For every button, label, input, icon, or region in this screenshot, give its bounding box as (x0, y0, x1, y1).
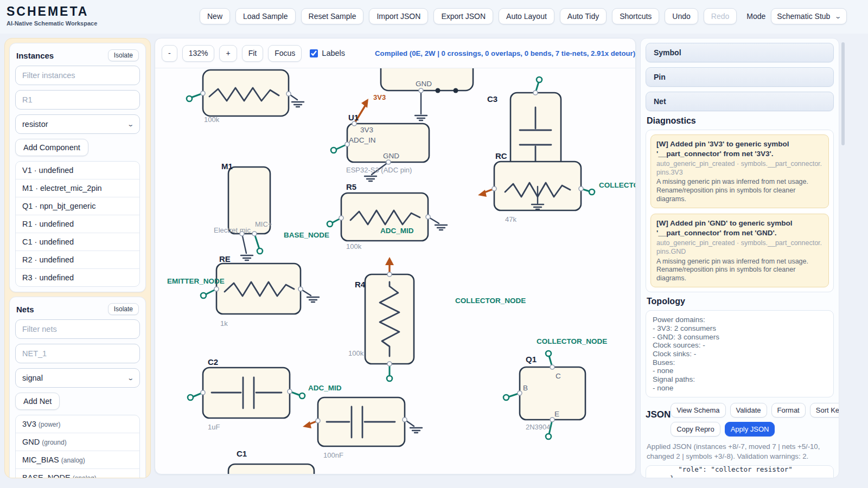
validate-button[interactable]: Validate (730, 403, 767, 418)
instance-row[interactable]: Q1 · npn_bjt_generic (16, 197, 139, 215)
power-arrow-icon (385, 257, 394, 265)
undo-button[interactable]: Undo (665, 8, 698, 24)
reset-sample-button[interactable]: Reset Sample (301, 8, 364, 24)
pin-endpoint[interactable] (327, 221, 333, 227)
component-c-100nf[interactable]: ADC_MID 100nF (303, 384, 422, 459)
refdes: M1 (221, 162, 233, 171)
load-sample-button[interactable]: Load Sample (235, 8, 296, 24)
pin-endpoint[interactable] (187, 96, 192, 101)
refdes: C3 (487, 94, 497, 104)
labels-label: Labels (322, 49, 345, 57)
topology-line: - GND: 3 consumers (653, 333, 827, 342)
import-json-button[interactable]: Import JSON (369, 8, 428, 24)
new-button[interactable]: New (200, 8, 230, 24)
copy-repro-button[interactable]: Copy Repro (671, 422, 720, 436)
pin-endpoint[interactable] (188, 395, 193, 400)
format-button[interactable]: Format (771, 403, 806, 418)
pin-endpoint[interactable] (546, 434, 551, 439)
add-component-button[interactable]: Add Component (15, 139, 88, 156)
labels-checkbox[interactable] (310, 49, 318, 57)
refdes: R4 (355, 280, 366, 289)
refdes: Q1 (526, 355, 537, 364)
topology-line: Power domains: (653, 316, 827, 324)
focus-button[interactable]: Focus (268, 45, 302, 62)
component-c1-capacitor[interactable]: C1 (228, 449, 314, 474)
nets-isolate-button[interactable]: Isolate (108, 303, 139, 315)
net-kind: (ground) (42, 439, 66, 446)
pin-endpoint[interactable] (503, 395, 509, 400)
net-name: BASE_NODE (22, 473, 71, 478)
instance-name-input[interactable] (15, 90, 140, 110)
topology-line: - none (653, 384, 827, 393)
component-q1-transistor[interactable]: COLLECTOR_NODE Q1 C B E 2N3904 (503, 337, 607, 439)
net-kind: (analog) (73, 474, 97, 478)
component-resistor-100k[interactable]: 100k (187, 70, 304, 124)
json-editor[interactable]: "role": "collector resistor" }, "placeme… (646, 465, 834, 478)
instance-row[interactable]: M1 · electret_mic_2pin (16, 179, 139, 197)
component-re-resistor[interactable]: RE EMITTER_NODE 1k (167, 254, 319, 328)
component-m1-mic[interactable]: M1 Electret mic MIC+ (214, 162, 272, 260)
component-u1-esp32[interactable]: 3V3 U1 3V3 ADC_IN GND ESP32-S3 (ADC pin) (331, 93, 429, 181)
instance-row[interactable]: C1 · undefined (16, 233, 139, 251)
pin-endpoint[interactable] (201, 293, 206, 298)
instances-title: Instances (16, 51, 54, 60)
sort-keys-button[interactable]: Sort Keys (810, 403, 839, 418)
instance-row[interactable]: R3 · undefined (16, 268, 139, 286)
nets-panel: Nets Isolate signal ⌄ Add Net 3V3 (power… (9, 297, 146, 478)
accordion-pin[interactable]: Pin (646, 67, 834, 87)
pin-endpoint[interactable] (546, 351, 551, 356)
value-label: 1k (220, 319, 228, 328)
net-row[interactable]: 3V3 (power) (16, 415, 139, 433)
redo-button[interactable]: Redo (704, 8, 737, 24)
pin-endpoint[interactable] (589, 189, 595, 195)
mode-select[interactable]: Schematic Stub ⌄ (771, 8, 846, 24)
instance-type-select[interactable]: resistor ⌄ (15, 114, 140, 134)
pin-endpoint[interactable] (257, 248, 263, 254)
component-gnd-connector[interactable]: GND (381, 68, 473, 120)
instance-row[interactable]: V1 · undefined (16, 162, 139, 179)
pin-endpoint[interactable] (299, 393, 305, 399)
chevron-down-icon: ⌄ (127, 121, 134, 128)
net-label-collector: COLLECTOR_NODE (599, 181, 635, 189)
net-type-select[interactable]: signal ⌄ (15, 368, 140, 388)
fit-button[interactable]: Fit (242, 45, 264, 62)
mode-label: Mode (746, 12, 765, 21)
schematic-drawing[interactable]: 100k GND 3V3 U1 3V3 ADC_IN GND (155, 68, 635, 474)
instance-row[interactable]: R1 · undefined (16, 215, 139, 233)
component-r4-resistor[interactable]: R4 100k (348, 257, 414, 381)
net-name-input[interactable] (15, 344, 140, 363)
zoom-out-button[interactable]: - (162, 45, 177, 62)
zoom-in-button[interactable]: + (219, 45, 237, 62)
value-label: 100nF (323, 451, 343, 459)
auto-tidy-button[interactable]: Auto Tidy (560, 8, 607, 24)
add-net-button[interactable]: Add Net (15, 393, 60, 410)
warning-card[interactable]: [W] Added pin '3V3' to generic symbol '_… (650, 134, 829, 208)
component-c2-capacitor[interactable]: C2 1uF (188, 357, 305, 431)
apply-json-button[interactable]: Apply JSON (725, 422, 775, 436)
component-r5-resistor[interactable]: R5 BASE_NODE ADC_MID 100k (284, 182, 447, 251)
refdes: RC (495, 151, 507, 160)
view-schema-button[interactable]: View Schema (671, 403, 725, 418)
shortcuts-button[interactable]: Shortcuts (612, 8, 659, 24)
instance-row[interactable]: R2 · undefined (16, 251, 139, 268)
auto-layout-button[interactable]: Auto Layout (499, 8, 554, 24)
right-panel-scrollbar[interactable] (841, 42, 845, 145)
accordion-net[interactable]: Net (646, 92, 834, 111)
power-arrow-icon (478, 190, 487, 197)
zoom-level-button[interactable]: 132% (182, 45, 215, 62)
instances-isolate-button[interactable]: Isolate (108, 49, 139, 61)
net-row[interactable]: MIC_BIAS (analog) (16, 451, 139, 468)
filter-nets-input[interactable] (15, 319, 140, 339)
export-json-button[interactable]: Export JSON (433, 8, 493, 24)
pin-endpoint[interactable] (387, 376, 392, 381)
accordion-symbol[interactable]: Symbol (646, 43, 834, 62)
net-row[interactable]: GND (ground) (16, 433, 139, 451)
pin-endpoint[interactable] (537, 77, 542, 82)
pin-endpoint[interactable] (331, 147, 336, 153)
net-name: MIC_BIAS (22, 455, 59, 464)
net-row[interactable]: BASE_NODE (analog) (16, 468, 139, 478)
filter-instances-input[interactable] (15, 66, 140, 85)
component-rc-resistor[interactable]: RC COLLECTOR_NODE 47k (478, 151, 635, 223)
schematic-canvas: - 132% + Fit Focus Labels Compiled (0E, … (155, 38, 636, 474)
warning-card[interactable]: [W] Added pin 'GND' to generic symbol '_… (650, 214, 829, 287)
